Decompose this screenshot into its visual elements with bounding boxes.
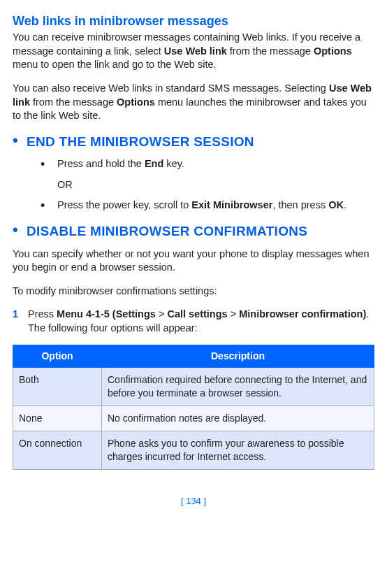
cell-option: On connection [13,431,102,470]
list-item: Press the power key, scroll to Exit Mini… [41,199,374,213]
end-session-list: Press and hold the End key. [13,157,374,171]
table-header-row: Option Description [13,345,374,368]
text: > [228,308,240,320]
text: from the message [30,96,117,108]
heading-disable-confirmations: •DISABLE MINIBROWSER CONFIRMATIONS [13,222,374,241]
text: . [344,199,346,210]
table-row: Both Confirmation required before connec… [13,368,374,406]
end-session-list-2: Press the power key, scroll to Exit Mini… [13,199,374,213]
heading-end-session: •END THE MINIBROWSER SESSION [13,133,374,151]
text: from the message [227,45,314,57]
heading-web-links: Web links in minibrowser messages [13,13,374,29]
text: > [156,308,168,320]
heading-text: END THE MINIBROWSER SESSION [27,134,254,149]
col-header-description: Description [102,345,374,368]
text-bold: End [145,158,163,169]
text-bold: Options [117,96,155,108]
page-number: [ 134 ] [13,495,374,508]
para-web-links-2: You can also receive Web links in standa… [13,82,374,123]
text: , then press [272,199,328,210]
text-bold: Menu 4-1-5 (Settings [57,308,156,320]
text-bold: Minibrowser confirmation) [239,308,366,320]
col-header-option: Option [13,345,102,368]
table-row: On connection Phone asks you to confirm … [13,431,374,470]
cell-description: No confirmation notes are displayed. [102,406,374,431]
text: Press and hold the [57,158,145,169]
para-disable-1: You can specify whether or not you want … [13,248,374,275]
para-disable-2: To modify minibrowser confirmations sett… [13,285,374,299]
text-bold: Call settings [167,308,227,320]
cell-description: Confirmation required before connecting … [102,368,374,406]
options-table: Option Description Both Confirmation req… [13,345,374,469]
cell-option: None [13,406,102,431]
cell-description: Phone asks you to confirm your awareness… [102,431,374,470]
cell-option: Both [13,368,102,406]
text: Press the power key, scroll to [57,199,191,210]
text: You can also receive Web links in standa… [13,83,329,94]
text: menu to open the link and go to the Web … [13,59,217,70]
bullet-icon: • [13,222,27,238]
text-bold: Options [314,45,352,57]
text-bold: OK [328,199,344,210]
text-bold: Use Web link [164,45,227,57]
para-web-links-1: You can receive minibrowser messages con… [13,31,374,72]
text: key. [163,158,184,169]
or-text: OR [13,178,374,192]
step-1: 1 Press Menu 4-1-5 (Settings > Call sett… [13,308,374,335]
text: Press [28,308,57,320]
list-item: Press and hold the End key. [41,157,374,171]
bullet-icon: • [13,133,27,148]
text-bold: Exit Minibrowser [191,199,272,210]
step-number: 1 [13,308,18,322]
heading-text: DISABLE MINIBROWSER CONFIRMATIONS [27,224,307,238]
table-row: None No confirmation notes are displayed… [13,406,374,431]
